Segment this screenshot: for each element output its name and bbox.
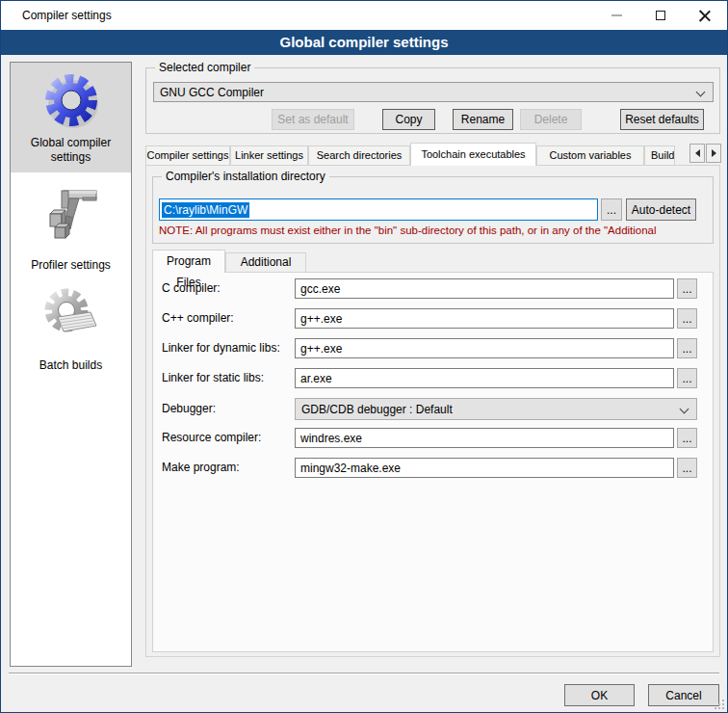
- tab-linker-settings[interactable]: Linker settings: [230, 145, 308, 166]
- gray-gear-stack-icon: [40, 284, 102, 346]
- linker-dynamic-input[interactable]: g++.exe: [295, 338, 674, 358]
- set-as-default-button[interactable]: Set as default: [272, 109, 354, 130]
- bin-subdirectory-note: NOTE: All programs must exist either in …: [159, 224, 705, 239]
- installation-directory-value: C:\raylib\MinGW: [162, 202, 249, 218]
- linker-static-label: Linker for static libs:: [162, 371, 264, 385]
- chevron-down-icon: [696, 88, 706, 97]
- cpp-compiler-browse-button[interactable]: ...: [677, 308, 697, 329]
- sidebar-item-batch-builds[interactable]: Batch builds: [11, 273, 131, 373]
- blue-gear-icon: [40, 69, 102, 131]
- caliper-icon: [40, 184, 102, 246]
- resize-grip[interactable]: [715, 700, 724, 709]
- installation-directory-input[interactable]: C:\raylib\MinGW: [159, 198, 598, 221]
- linker-static-browse-button[interactable]: ...: [677, 368, 697, 388]
- close-button[interactable]: [683, 1, 727, 29]
- sidebar-item-label: Global compiler settings: [11, 136, 131, 165]
- make-program-browse-button[interactable]: ...: [677, 458, 697, 478]
- compiler-settings-dialog: Compiler settings Global compiler settin…: [0, 0, 728, 713]
- auto-detect-button[interactable]: Auto-detect: [626, 198, 696, 221]
- debugger-select-value: GDB/CDB debugger : Default: [301, 403, 453, 416]
- debugger-label: Debugger:: [162, 402, 216, 416]
- chevron-down-icon: [680, 405, 689, 414]
- delete-button[interactable]: Delete: [520, 109, 582, 130]
- rename-button[interactable]: Rename: [453, 109, 513, 130]
- tab-scroll-left-button[interactable]: [689, 144, 705, 163]
- cancel-button[interactable]: Cancel: [648, 684, 719, 706]
- copy-button[interactable]: Copy: [382, 109, 435, 130]
- tab-build-options[interactable]: Build: [644, 145, 675, 166]
- ok-button[interactable]: OK: [564, 684, 635, 706]
- installation-directory-group-label: Compiler's installation directory: [162, 170, 329, 184]
- tab-compiler-settings[interactable]: Compiler settings: [145, 145, 230, 166]
- subtab-program-files[interactable]: Program Files: [152, 250, 225, 273]
- maximize-icon: [656, 11, 665, 20]
- sidebar-item-global-compiler-settings[interactable]: Global compiler settings: [11, 63, 131, 172]
- minimize-button[interactable]: [594, 1, 638, 29]
- subtab-additional-paths[interactable]: Additional Paths: [225, 252, 306, 273]
- sidebar-item-label: Profiler settings: [11, 258, 131, 273]
- compiler-select-value: GNU GCC Compiler: [160, 86, 264, 99]
- cpp-compiler-input[interactable]: g++.exe: [295, 308, 674, 329]
- c-compiler-input[interactable]: gcc.exe: [295, 278, 674, 299]
- resource-compiler-input[interactable]: windres.exe: [295, 428, 674, 448]
- arrow-right-icon: [712, 149, 720, 157]
- sidebar-item-label: Batch builds: [11, 358, 131, 373]
- linker-dynamic-browse-button[interactable]: ...: [677, 338, 697, 358]
- compiler-select[interactable]: GNU GCC Compiler: [153, 82, 714, 102]
- resource-compiler-label: Resource compiler:: [162, 431, 261, 445]
- cpp-compiler-label: C++ compiler:: [162, 311, 234, 326]
- tab-custom-variables[interactable]: Custom variables: [536, 145, 644, 166]
- window-title: Compiler settings: [22, 1, 112, 30]
- resource-compiler-browse-button[interactable]: ...: [677, 428, 697, 448]
- make-program-label: Make program:: [162, 461, 240, 475]
- sidebar-item-profiler-settings[interactable]: Profiler settings: [11, 172, 131, 273]
- debugger-select[interactable]: GDB/CDB debugger : Default: [295, 398, 697, 420]
- tab-search-directories[interactable]: Search directories: [308, 145, 410, 166]
- make-program-input[interactable]: mingw32-make.exe: [295, 458, 674, 478]
- tab-scroll-right-button[interactable]: [706, 144, 721, 163]
- reset-defaults-button[interactable]: Reset defaults: [620, 109, 704, 130]
- footer-divider: [9, 673, 719, 674]
- maximize-button[interactable]: [638, 1, 683, 29]
- linker-static-input[interactable]: ar.exe: [295, 368, 674, 388]
- linker-dynamic-label: Linker for dynamic libs:: [162, 341, 280, 356]
- titlebar[interactable]: Compiler settings: [1, 1, 727, 30]
- minimize-icon: [611, 14, 622, 16]
- c-compiler-browse-button[interactable]: ...: [677, 278, 697, 299]
- installation-directory-browse-button[interactable]: ...: [601, 198, 622, 221]
- tab-toolchain-executables[interactable]: Toolchain executables: [410, 143, 536, 166]
- page-title: Global compiler settings: [1, 30, 727, 55]
- arrow-left-icon: [691, 149, 700, 157]
- selected-compiler-group-label: Selected compiler: [155, 61, 254, 75]
- close-icon: [699, 10, 711, 21]
- settings-category-list: Global compiler settings: [10, 62, 132, 667]
